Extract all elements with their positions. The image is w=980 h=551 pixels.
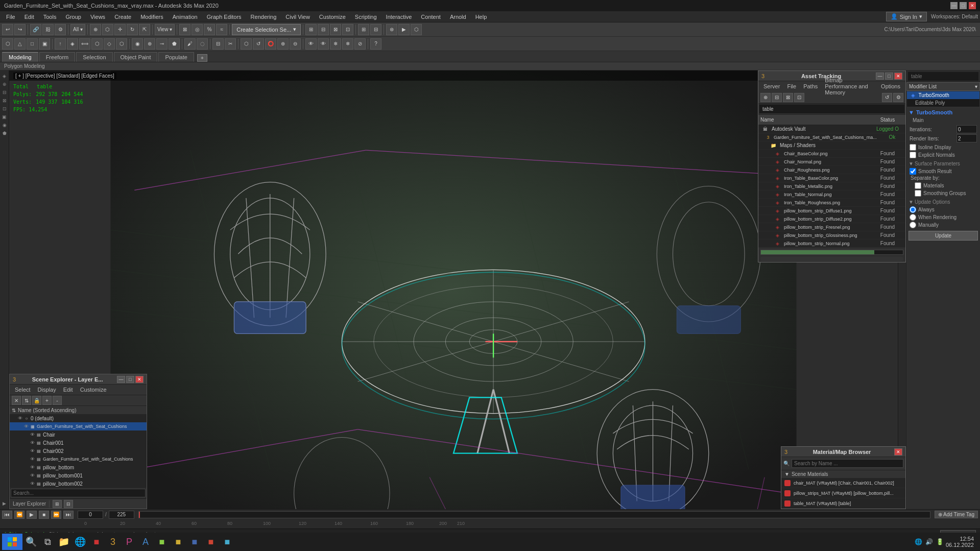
iterations-input[interactable]: [957, 125, 977, 133]
redo-btn[interactable]: ↪: [14, 24, 26, 35]
bind-btn[interactable]: ⚙: [55, 24, 66, 35]
explicit-checkbox[interactable]: [910, 152, 916, 158]
prop-smoothing[interactable]: Smoothing Groups: [909, 189, 978, 197]
close-btn[interactable]: ✕: [969, 2, 976, 9]
eye-icon-9[interactable]: 👁: [30, 481, 35, 486]
face-mode-btn[interactable]: ▣: [39, 38, 50, 50]
eye-icon-2[interactable]: 👁: [24, 424, 29, 429]
stop-btn[interactable]: ■: [39, 511, 49, 519]
asset-row-img12[interactable]: ◈ pillow_bottom_strip_Normal.png Found: [758, 239, 905, 248]
radio-always-input[interactable]: [910, 206, 916, 213]
tree-item-layer0[interactable]: 👁 ○ 0 (default): [10, 414, 147, 422]
ring-btn[interactable]: ⭕: [265, 38, 276, 50]
undo-btn[interactable]: ↩: [2, 24, 13, 35]
tree-item-chair001[interactable]: 👁 ▤ Chair001: [10, 439, 147, 447]
eye-icon-5[interactable]: 👁: [30, 448, 35, 453]
asset-tool-2[interactable]: ⊟: [772, 93, 782, 102]
snap-btn[interactable]: ⊠: [179, 24, 190, 35]
isoline-checkbox[interactable]: [910, 144, 916, 151]
mb-section-header[interactable]: ▼ Scene Materials: [781, 470, 905, 478]
align-btn[interactable]: ⊟: [318, 24, 329, 35]
smooth-result-checkbox[interactable]: [910, 168, 916, 175]
tree-item-pillow[interactable]: 👁 ▤ pillow_bottom: [10, 463, 147, 471]
unhide-btn[interactable]: 👁: [318, 38, 329, 50]
prev-frame-btn[interactable]: ⏮: [2, 511, 12, 519]
shrink-btn[interactable]: ⊖: [290, 38, 301, 50]
mode-extra-btn[interactable]: +: [197, 54, 207, 62]
taskbar-app4[interactable]: A: [138, 534, 153, 549]
tree-item-garden2[interactable]: 👁 ▤ Garden_Furniture_Set_with_Seat_Cushi…: [10, 455, 147, 463]
next-frame-btn[interactable]: ⏭: [63, 511, 74, 519]
create-selection-btn[interactable]: Create Selection Se... ▾: [232, 24, 301, 35]
asset-row-file[interactable]: 3 Garden_Furniture_Set_with_Seat_Cushion…: [758, 133, 905, 141]
render-setup-btn[interactable]: ⊛: [386, 24, 397, 35]
asset-row-img9[interactable]: ◈ pillow_bottom_strip_Diffuse2.png Found: [758, 215, 905, 223]
tree-item-chair[interactable]: 👁 ▤ Chair: [10, 430, 147, 439]
edge-mode-btn[interactable]: △: [14, 38, 26, 50]
geo-btn[interactable]: ⬡: [241, 38, 252, 50]
se-menu-customize[interactable]: Customize: [77, 386, 110, 394]
asset-row-img3[interactable]: ◈ Chair_Roughness.png Found: [758, 166, 905, 174]
view-dropdown[interactable]: View ▾: [155, 24, 175, 35]
asset-row-img7[interactable]: ◈ Iron_Table_Roughness.png Found: [758, 199, 905, 207]
prev-key-btn[interactable]: ⏪: [14, 511, 25, 519]
se-menu-edit[interactable]: Edit: [60, 386, 76, 394]
se-close-btn[interactable]: ✕: [135, 376, 144, 383]
relax-btn[interactable]: ◌: [197, 38, 208, 50]
tree-item-pillow001[interactable]: 👁 ▤ pillow_bottom001: [10, 471, 147, 480]
render-iters-input[interactable]: [957, 134, 977, 142]
taskbar-taskview[interactable]: ⧉: [40, 534, 55, 549]
timeline-track[interactable]: [138, 511, 930, 518]
layer-dropdown[interactable]: All ▾: [70, 24, 85, 35]
sidebar-icon-bottom[interactable]: ▶: [1, 500, 8, 507]
menu-tools[interactable]: Tools: [39, 13, 61, 21]
tab-object-paint[interactable]: Object Paint: [114, 52, 158, 62]
add-time-tag-btn[interactable]: ⊕ Add Time Tag: [935, 511, 978, 518]
menu-group[interactable]: Group: [61, 13, 85, 21]
sidebar-icon-6[interactable]: ▣: [1, 113, 8, 121]
se-maximize-btn[interactable]: □: [126, 376, 134, 383]
link-btn[interactable]: 🔗: [30, 24, 41, 35]
taskbar-app5[interactable]: ■: [154, 534, 170, 549]
footer-btn-2[interactable]: ⊟: [64, 500, 73, 508]
sidebar-icon-8[interactable]: ⬟: [1, 130, 8, 137]
scene-exp-btn[interactable]: ⊟: [370, 24, 381, 35]
xray-btn[interactable]: ⊘: [354, 38, 366, 50]
menu-help[interactable]: Help: [471, 13, 491, 21]
asset-refresh-btn[interactable]: ↺: [882, 93, 892, 102]
taskbar-search[interactable]: 🔍: [23, 534, 39, 549]
asset-row-img11[interactable]: ◈ pillow_bottom_strip_Glossiness.png Fou…: [758, 231, 905, 239]
poly-mode-btn[interactable]: ⬡: [2, 38, 13, 50]
mb-search-input[interactable]: [792, 459, 903, 468]
layer-mgr-btn[interactable]: ⊞: [358, 24, 369, 35]
se-menu-display[interactable]: Display: [35, 386, 59, 394]
menu-interactive[interactable]: Interactive: [382, 13, 416, 21]
material-editor-btn[interactable]: ⬡: [411, 24, 422, 35]
asset-row-img2[interactable]: ◈ Chair_Normal.png Found: [758, 158, 905, 166]
menu-animation[interactable]: Animation: [169, 13, 202, 21]
border-mode-btn[interactable]: □: [27, 38, 38, 50]
menu-content[interactable]: Content: [417, 13, 445, 21]
asset-menu-server[interactable]: Server: [760, 82, 783, 90]
asset-settings-btn[interactable]: ⚙: [893, 93, 903, 102]
asset-close-btn[interactable]: ✕: [894, 73, 902, 80]
eye-icon-7[interactable]: 👁: [30, 465, 35, 470]
grow-btn[interactable]: ⊕: [277, 38, 289, 50]
align2-btn[interactable]: ⊠: [330, 24, 341, 35]
connect-btn[interactable]: ⊸: [156, 38, 168, 50]
unlink-btn[interactable]: ⛓: [42, 24, 54, 35]
menu-customize[interactable]: Customize: [315, 13, 350, 21]
material-item-pillow[interactable]: pillow_strips_MAT (VRayMtl) [pillow_bott…: [781, 488, 905, 498]
asset-row-img5[interactable]: ◈ Iron_Table_Metallic.png Found: [758, 182, 905, 190]
asset-tool-3[interactable]: ⊠: [783, 93, 793, 102]
asset-search-input[interactable]: [759, 105, 904, 114]
eye-icon-1[interactable]: 👁: [18, 416, 22, 421]
current-frame-input[interactable]: [78, 511, 103, 519]
chamfer-btn[interactable]: ◈: [67, 38, 78, 50]
smoothing-checkbox[interactable]: [915, 190, 921, 197]
taskbar-app3[interactable]: P: [122, 534, 137, 549]
footer-btn-1[interactable]: ⊞: [53, 500, 62, 508]
taskbar-app1[interactable]: ■: [89, 534, 104, 549]
percent-snap-btn[interactable]: %: [204, 24, 215, 35]
asset-minimize-btn[interactable]: —: [876, 73, 884, 80]
